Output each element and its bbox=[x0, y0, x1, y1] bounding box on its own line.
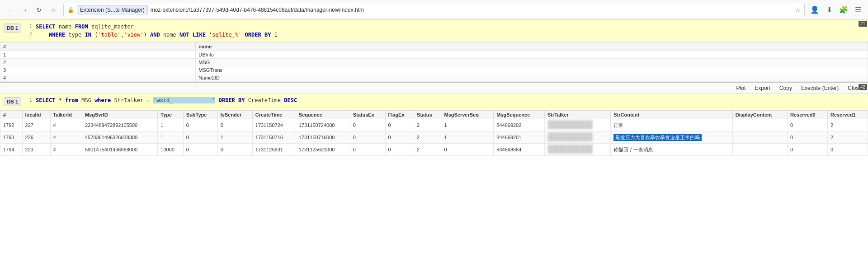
col-flagex: FlagEx bbox=[385, 111, 414, 119]
col-localid: localId bbox=[22, 111, 50, 119]
row-msgsequence: 844669201 bbox=[494, 131, 545, 144]
url-display: moz-extension://1a377397-549d-40d7-b476-… bbox=[151, 7, 792, 13]
row-statusex: 0 bbox=[350, 144, 385, 156]
export-button[interactable]: Export bbox=[752, 84, 773, 92]
execute-button[interactable]: Execute (Enter) bbox=[798, 84, 841, 92]
panel2: #2 Plot Export Copy Execute (Enter) Clos… bbox=[0, 82, 868, 156]
blurred-talker bbox=[547, 120, 593, 129]
menu-button[interactable]: ☰ bbox=[852, 4, 864, 16]
row-reserved0: 0 bbox=[788, 144, 828, 156]
panel2-header-row: # localId TalkerId MsgSvrID Type SubType… bbox=[0, 111, 868, 119]
row-num: 3 bbox=[0, 66, 196, 74]
row-msgsrvid: 2234489472892105500 bbox=[82, 119, 157, 131]
col-msgsrvid: MsgSvrID bbox=[82, 111, 157, 119]
copy-button[interactable]: Copy bbox=[777, 84, 795, 92]
row-status: 2 bbox=[414, 144, 441, 156]
col-displaycontent: DisplayContent bbox=[732, 111, 787, 119]
row-num: 1 bbox=[0, 51, 196, 59]
row-name: DBInfo bbox=[196, 51, 868, 59]
col-reserved1: Reserved1 bbox=[827, 111, 868, 119]
row-num: 1792 bbox=[0, 119, 23, 131]
row-talkerid: 4 bbox=[50, 119, 82, 131]
col-name: name bbox=[196, 42, 868, 51]
downloads-button[interactable]: ⬇ bbox=[823, 4, 835, 16]
blurred-talker bbox=[547, 145, 593, 154]
address-bar[interactable]: 🔒 Extension (S...te Manager) moz-extensi… bbox=[63, 3, 805, 17]
row-subtype: 0 bbox=[183, 119, 217, 131]
row-msgsrvid: 5901475401436968000 bbox=[82, 144, 157, 156]
row-reserved0: 0 bbox=[788, 131, 828, 144]
account-button[interactable]: 👤 bbox=[808, 4, 821, 16]
col-issender: IsSender bbox=[217, 111, 252, 119]
panel2-header: DB 1 1 SELECT * from MSG where StrTalker… bbox=[0, 94, 868, 110]
row-flagex: 0 bbox=[385, 131, 414, 144]
row-createtime: 1731150724 bbox=[252, 119, 296, 131]
row-type: 1 bbox=[158, 131, 183, 144]
row-num: 2 bbox=[0, 59, 196, 66]
browser-chrome: ← → ↻ ⌂ 🔒 Extension (S...te Manager) moz… bbox=[0, 0, 868, 20]
col-talkerid: TalkerId bbox=[50, 111, 82, 119]
row-status: 2 bbox=[414, 119, 441, 131]
extensions-button[interactable]: 🧩 bbox=[837, 4, 850, 16]
row-displaycontent bbox=[732, 131, 787, 144]
row-sequence: 1731125631000 bbox=[296, 144, 350, 156]
col-hash: # bbox=[0, 42, 196, 51]
blurred-talker bbox=[547, 132, 593, 141]
line-num-1: 1 bbox=[25, 23, 36, 31]
plot-button[interactable]: Plot bbox=[734, 84, 749, 92]
table-row: 2 MSG bbox=[0, 59, 868, 66]
row-strtalker bbox=[544, 119, 610, 131]
row-msgserverseq: 1 bbox=[441, 119, 494, 131]
row-reserved0: 0 bbox=[788, 119, 828, 131]
panel2-db-label: DB 1 bbox=[4, 97, 21, 106]
home-button[interactable]: ⌂ bbox=[47, 4, 60, 16]
panel1-db-label: DB 1 bbox=[4, 23, 21, 33]
bookmark-icon[interactable]: ☆ bbox=[795, 6, 801, 14]
panel1: #1 DB 1 1 SELECT name FROM sqlite_master… bbox=[0, 20, 868, 82]
row-strcontent: 最近压力大喜欢暴饮暴食这是正常的吗 bbox=[611, 131, 732, 144]
forward-button[interactable]: → bbox=[18, 4, 31, 16]
browser-actions: 👤 ⬇ 🧩 ☰ bbox=[808, 4, 864, 16]
row-flagex: 0 bbox=[385, 119, 414, 131]
row-num: 1793 bbox=[0, 131, 23, 144]
row-subtype: 0 bbox=[183, 131, 217, 144]
table-row: 1 DBInfo bbox=[0, 51, 868, 59]
panel2-toolbar: Plot Export Copy Execute (Enter) Close bbox=[0, 83, 868, 94]
col-sequence: Sequence bbox=[296, 111, 350, 119]
panel2-query: 1 SELECT * from MSG where StrTalker = 'w… bbox=[25, 95, 868, 105]
panel1-header: DB 1 1 SELECT name FROM sqlite_master 2 … bbox=[0, 20, 868, 42]
col-statusex: StatusEx bbox=[350, 111, 385, 119]
col-strtalker: StrTalker bbox=[544, 111, 610, 119]
row-statusex: 0 bbox=[350, 131, 385, 144]
row-num: 4 bbox=[0, 74, 196, 82]
query-text-2: WHERE type IN ('table','view') AND name … bbox=[36, 31, 278, 39]
row-localid: 226 bbox=[22, 131, 50, 144]
row-sequence: 1731150716000 bbox=[296, 131, 350, 144]
row-statusex: 0 bbox=[350, 119, 385, 131]
back-button[interactable]: ← bbox=[4, 4, 16, 16]
panel2-query-text: SELECT * from MSG where StrTalker = 'wxi… bbox=[36, 96, 297, 104]
row-issender: 0 bbox=[217, 144, 252, 156]
panel2-badge: #2 bbox=[859, 84, 867, 90]
row-name: MSGTrans bbox=[196, 66, 868, 74]
query-text-1: SELECT name FROM sqlite_master bbox=[36, 23, 134, 31]
row-displaycontent bbox=[732, 144, 787, 156]
row-status: 2 bbox=[414, 131, 441, 144]
row-subtype: 0 bbox=[183, 144, 217, 156]
row-num: 1794 bbox=[0, 144, 23, 156]
col-msgsequence: MsgSequence bbox=[494, 111, 545, 119]
table-row: 3 MSGTrans bbox=[0, 66, 868, 74]
row-talkerid: 4 bbox=[50, 131, 82, 144]
reload-button[interactable]: ↻ bbox=[33, 4, 45, 16]
row-strtalker bbox=[544, 131, 610, 144]
col-type: Type bbox=[158, 111, 183, 119]
row-issender: 0 bbox=[217, 119, 252, 131]
row-displaycontent bbox=[732, 119, 787, 131]
row-msgserverseq: 0 bbox=[441, 144, 494, 156]
row-localid: 223 bbox=[22, 144, 50, 156]
row-createtime: 1731150716 bbox=[252, 131, 296, 144]
panel2-line-num: 1 bbox=[25, 96, 36, 104]
row-reserved1: 2 bbox=[827, 119, 868, 131]
line-num-2: 2 bbox=[25, 31, 36, 39]
table-row: 4 Name2ID bbox=[0, 74, 868, 82]
